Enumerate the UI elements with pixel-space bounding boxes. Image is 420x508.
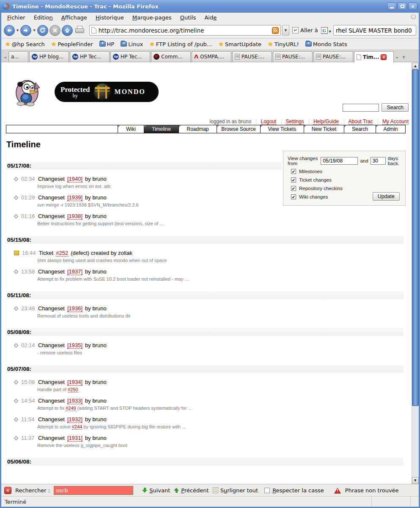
scroll-down-icon[interactable]: ▼ bbox=[412, 477, 419, 484]
browser-tab[interactable]: hp HP blog... bbox=[29, 51, 69, 62]
mondo-penguin-logo[interactable] bbox=[14, 77, 41, 106]
vertical-scrollbar[interactable]: ▲ ▼ bbox=[412, 63, 419, 484]
browser-tab[interactable]: PAUSE:... bbox=[232, 51, 272, 62]
browser-tab[interactable]: hp HP Tec... bbox=[110, 51, 150, 62]
forward-dropdown-icon[interactable]: ▼ bbox=[33, 29, 36, 32]
url-history-dropdown[interactable]: ▼ bbox=[282, 25, 289, 36]
event-link[interactable]: [1936] bbox=[67, 305, 82, 312]
event-link[interactable]: [1934] bbox=[67, 379, 82, 386]
mainnav-tab[interactable]: Browse Source bbox=[217, 125, 260, 133]
mainnav-tab[interactable]: View Tickets bbox=[260, 125, 304, 133]
forward-button[interactable] bbox=[20, 25, 31, 36]
engine-dropdown-icon[interactable]: ▼ bbox=[329, 30, 331, 33]
mainnav-tab[interactable]: Roadmap bbox=[178, 125, 217, 133]
prefs-checkbox-row[interactable]: ✔ Ticket changes bbox=[291, 177, 405, 183]
bookmark-item[interactable]: Linux bbox=[121, 41, 143, 47]
highlight-all-button[interactable]: Surligner tout bbox=[213, 487, 258, 494]
menu-item[interactable]: Aide bbox=[201, 14, 220, 22]
stop-button[interactable] bbox=[49, 25, 60, 36]
home-button[interactable] bbox=[62, 25, 73, 36]
event-link[interactable]: [1933] bbox=[67, 398, 82, 404]
protected-by-mondo-banner[interactable]: Protected by MONDO bbox=[55, 82, 159, 102]
checkbox-icon[interactable]: ✔ bbox=[291, 194, 296, 199]
close-button[interactable]: × bbox=[408, 3, 417, 10]
event-link[interactable]: [1931] bbox=[67, 435, 82, 442]
back-button[interactable] bbox=[4, 25, 15, 36]
minimize-button[interactable] bbox=[387, 3, 396, 10]
trac-search-button[interactable]: Search bbox=[382, 103, 409, 112]
bookmark-item[interactable]: FTP Listing of /pub... bbox=[149, 41, 212, 47]
mainnav-tab[interactable]: Admin bbox=[376, 125, 405, 133]
checkbox-icon[interactable] bbox=[264, 488, 270, 493]
menu-item[interactable]: Outils bbox=[177, 14, 200, 22]
event-link[interactable]: [1939] bbox=[67, 194, 82, 201]
print-button[interactable] bbox=[75, 26, 85, 35]
metanav-link[interactable]: About Trac bbox=[349, 119, 373, 125]
tab-close-button[interactable]: × bbox=[381, 54, 387, 60]
ticket-link[interactable]: #250 bbox=[68, 387, 78, 392]
browser-tab[interactable]: hp HP Tec... bbox=[70, 51, 110, 62]
days-back-field[interactable] bbox=[371, 157, 386, 165]
web-search-input[interactable] bbox=[336, 25, 414, 35]
ticket-link[interactable]: #244 bbox=[72, 424, 82, 430]
browser-tab[interactable]: Tim... × bbox=[354, 51, 394, 62]
prefs-checkbox-row[interactable]: ✔ Milestones bbox=[291, 168, 405, 174]
bookmark-item[interactable]: PeopleFinder bbox=[51, 41, 93, 47]
rss-feed-icon[interactable] bbox=[272, 27, 279, 34]
mainnav-tab[interactable]: Timeline bbox=[144, 125, 178, 133]
menu-item[interactable]: Affichage bbox=[58, 14, 91, 22]
menu-item[interactable]: Historique bbox=[92, 14, 127, 22]
scroll-up-icon[interactable]: ▲ bbox=[412, 63, 419, 69]
mainnav-tab[interactable]: Wiki bbox=[118, 125, 144, 133]
ticket-link[interactable]: #249 bbox=[66, 406, 76, 411]
find-input[interactable] bbox=[54, 486, 133, 495]
resize-grip[interactable] bbox=[410, 497, 419, 507]
url-input[interactable] bbox=[99, 27, 270, 34]
reload-button[interactable] bbox=[37, 25, 48, 36]
mainnav-tab[interactable]: New Ticket bbox=[304, 125, 344, 133]
tab-list-dropdown-icon[interactable]: ▼ bbox=[401, 52, 406, 62]
event-link[interactable]: [1937] bbox=[67, 268, 82, 275]
tab-scroll-left-icon[interactable]: ◄ bbox=[2, 52, 8, 62]
event-link[interactable]: #252 bbox=[56, 250, 68, 257]
checkbox-icon[interactable]: ✔ bbox=[291, 177, 296, 182]
browser-tab[interactable]: a... bbox=[8, 51, 28, 62]
match-case-checkbox[interactable]: Respecter la casse bbox=[264, 487, 324, 494]
from-date-field[interactable] bbox=[321, 157, 358, 165]
scrollbar-thumb[interactable] bbox=[412, 69, 419, 406]
bookmark-item[interactable]: SmartUpdate bbox=[218, 41, 261, 47]
bookmark-item[interactable]: TinyURL! bbox=[268, 41, 299, 47]
bookmark-item[interactable]: HP bbox=[99, 41, 115, 47]
metanav-link[interactable]: My Account bbox=[382, 119, 409, 125]
browser-tab[interactable]: PAUSE:... bbox=[273, 51, 313, 62]
checkbox-icon[interactable]: ✔ bbox=[291, 186, 296, 191]
url-bar[interactable] bbox=[89, 25, 281, 36]
event-link[interactable]: [1935] bbox=[67, 342, 82, 349]
metanav-link[interactable]: Logout bbox=[261, 119, 276, 125]
bookmark-item[interactable]: @hp Search bbox=[5, 41, 45, 47]
metanav-link[interactable]: Help/Guide bbox=[313, 119, 339, 125]
google-engine-icon[interactable]: G bbox=[321, 27, 328, 34]
metanav-link[interactable]: Settings bbox=[286, 119, 304, 125]
menu-item[interactable]: Fichier bbox=[4, 14, 29, 22]
update-button[interactable]: Update bbox=[373, 192, 400, 201]
checkbox-icon[interactable]: ✔ bbox=[291, 169, 296, 174]
scrollbar-track[interactable] bbox=[412, 406, 419, 477]
web-search-box[interactable] bbox=[333, 25, 416, 36]
find-next-button[interactable]: Suivant bbox=[142, 487, 170, 494]
event-link[interactable]: [1938] bbox=[67, 213, 82, 220]
back-dropdown-icon[interactable]: ▼ bbox=[16, 29, 19, 32]
trac-search-input[interactable] bbox=[343, 104, 379, 112]
browser-tab[interactable]: Comm... bbox=[151, 51, 191, 62]
tab-scroll-right-icon[interactable]: ► bbox=[395, 52, 400, 62]
menu-item[interactable]: Marque-pages bbox=[129, 14, 175, 22]
browser-tab[interactable]: PAUSE:... bbox=[313, 51, 353, 62]
browser-tab[interactable]: Λ OSMPA.... bbox=[192, 51, 231, 62]
find-previous-button[interactable]: Précédent bbox=[174, 487, 209, 494]
event-link[interactable]: [1932] bbox=[67, 416, 82, 423]
event-link[interactable]: [1940] bbox=[67, 176, 82, 182]
go-button[interactable]: Aller à bbox=[300, 27, 318, 33]
prefs-checkbox-row[interactable]: ✔ Repository checkins bbox=[291, 185, 405, 191]
menu-item[interactable]: Édition bbox=[30, 14, 56, 22]
bookmark-item[interactable]: Mondo Stats bbox=[305, 41, 347, 47]
